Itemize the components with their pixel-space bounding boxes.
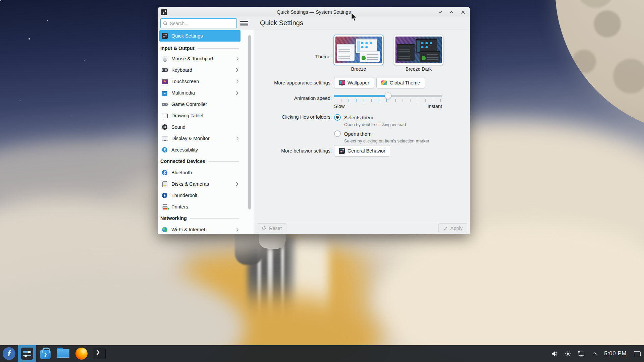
search-field[interactable] [160,18,237,28]
sidebar-item-accessibility[interactable]: Accessibility [159,144,240,156]
accessibility-icon [162,147,168,153]
sidebar-item-disks-cameras[interactable]: Disks & Cameras [159,178,240,190]
chevron-right-icon [235,68,239,72]
sidebar-item-thunderbolt[interactable]: Thunderbolt [159,190,240,201]
close-button[interactable] [459,8,467,16]
gamepad-icon [162,101,168,107]
section-header-input-output: Input & Output [160,43,239,54]
sidebar-item-label: Display & Monitor [171,136,210,141]
multimedia-icon [162,90,168,96]
chevron-right-icon [235,91,239,95]
footer-bar: Reset Apply [254,222,470,234]
search-input[interactable] [170,21,234,26]
radio-button-checked[interactable] [334,114,341,121]
printer-icon [162,204,168,210]
sidebar-item-multimedia[interactable]: Multimedia [159,87,240,99]
bluetooth-icon [162,170,168,176]
show-desktop-button[interactable] [634,351,641,356]
volume-icon[interactable] [551,350,558,357]
speaker-icon [162,124,168,130]
sidebar-item-label: Bluetooth [171,170,192,175]
global-theme-icon [381,80,387,86]
titlebar[interactable]: Quick Settings — System Settings [158,7,470,17]
brightness-icon[interactable] [565,350,571,357]
clicking-row: Clicking files or folders: Selects them … [254,114,470,143]
sidebar-item-label: Printers [171,204,188,209]
sidebar-item-label: Keyboard [171,67,192,73]
sidebar-item-drawing-tablet[interactable]: Drawing Tablet [159,110,240,121]
task-system-settings[interactable] [18,345,36,362]
quick-settings-icon [162,33,168,39]
expand-tray-icon[interactable] [591,350,598,357]
thunderbolt-icon [162,192,168,198]
sidebar-item-wifi-internet[interactable]: Wi-Fi & Internet [159,224,240,234]
section-title: Input & Output [160,46,194,51]
monitor-icon [162,135,168,141]
slider-max-label: Instant [427,104,442,109]
task-konsole[interactable]: ❯ [91,345,109,362]
system-settings-window: Quick Settings — System Settings Quick S… [158,7,470,234]
button-label: Wallpaper [347,80,369,85]
radio-selects-them[interactable]: Selects them [334,114,373,121]
theme-option-breeze[interactable]: Breeze [334,35,383,72]
theme-option-breeze-dark[interactable]: Breeze Dark [394,35,443,72]
theme-option-label: Breeze Dark [394,66,443,72]
button-label: Apply [450,226,463,231]
radio-opens-them[interactable]: Opens them [334,130,372,137]
window-title: Quick Settings — System Settings [158,9,470,15]
sidebar-item-label: Game Controller [171,102,207,107]
app-launcher-button[interactable]: f [0,345,18,362]
slider-handle[interactable] [385,93,391,99]
reset-button[interactable]: Reset [257,223,286,233]
section-title: Connected Devices [160,159,205,164]
clock[interactable]: 5:00 PM [604,350,627,357]
globe-icon [162,227,168,233]
animation-speed-row: Animation speed: Slow Instant [254,95,470,109]
sidebar-item-sound[interactable]: Sound [159,121,240,133]
apply-button[interactable]: Apply [438,223,467,233]
clicking-label: Clicking files or folders: [254,114,332,120]
wallpaper-button[interactable]: Wallpaper [334,77,374,88]
appearance-row: More appearance settings: Wallpaper Glob… [254,77,470,88]
task-firefox[interactable] [72,345,91,362]
task-dolphin[interactable] [54,345,72,362]
reset-icon [262,226,266,231]
wallpaper-icon [339,80,345,86]
system-settings-icon [21,348,33,360]
radio-description: Open by double-clicking instead [344,122,406,127]
animation-speed-label: Animation speed: [254,95,332,101]
sidebar-item-keyboard[interactable]: Keyboard [159,64,240,76]
minimize-button[interactable] [436,8,444,16]
sidebar-item-display-monitor[interactable]: Display & Monitor [159,133,240,144]
sidebar-item-mouse-touchpad[interactable]: Mouse & Touchpad [159,53,240,64]
chevron-right-icon [235,79,239,83]
moon [555,0,644,134]
sidebar-scrollbar[interactable] [248,35,251,209]
animation-speed-slider[interactable]: Slow Instant [334,95,442,109]
mouse-icon [162,56,168,62]
network-display-icon[interactable] [577,350,585,358]
sidebar-item-printers[interactable]: Printers [159,201,240,213]
task-discover[interactable] [36,345,54,362]
search-icon [163,21,168,26]
hamburger-menu-button[interactable] [240,19,248,27]
maximize-button[interactable] [448,8,455,16]
chevron-right-icon [235,57,239,61]
theme-label: Theme: [254,35,332,59]
taskbar: f ❯ [0,345,644,362]
section-title: Networking [160,216,187,221]
global-theme-button[interactable]: Global Theme [376,77,425,88]
sidebar-item-bluetooth[interactable]: Bluetooth [159,167,240,178]
konsole-icon: ❯ [94,348,106,359]
page-title: Quick Settings [260,19,303,27]
radio-description: Select by clicking on item's selection m… [344,138,429,143]
sidebar-item-touchscreen[interactable]: Touchscreen [159,76,240,87]
general-behavior-button[interactable]: General Behavior [334,145,390,157]
sidebar-item-label: Quick Settings [171,33,203,39]
sidebar-item-label: Disks & Cameras [171,181,209,187]
radio-button-unchecked[interactable] [334,130,341,137]
sidebar-item-quick-settings[interactable]: Quick Settings [159,30,240,42]
slider-ticks [334,99,442,102]
appearance-label: More appearance settings: [254,80,332,85]
sidebar-item-game-controller[interactable]: Game Controller [159,99,240,110]
